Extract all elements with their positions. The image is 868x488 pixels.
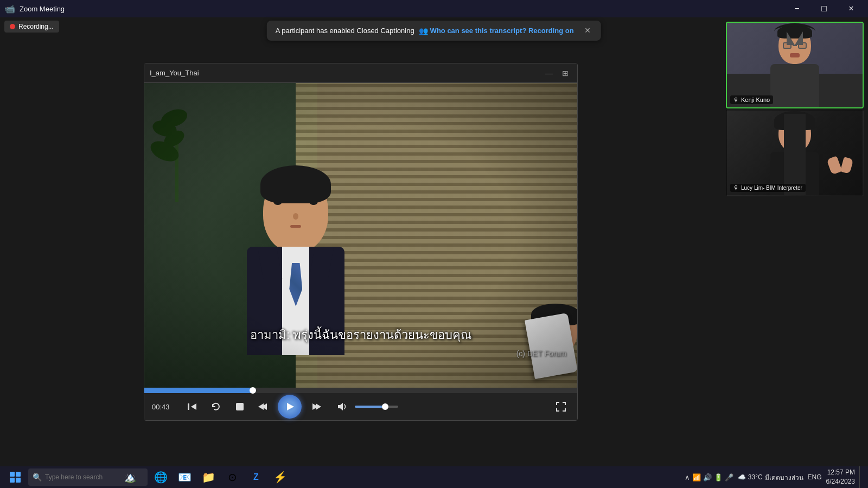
video-player: I_am_You_Thai — ⊞ <box>144 63 578 421</box>
recording-dot <box>10 24 15 29</box>
vp-grid-button[interactable]: ⊞ <box>559 67 572 80</box>
vp-time-display: 00:43 <box>152 403 174 411</box>
skip-back-button[interactable] <box>254 397 273 416</box>
participant-1-person <box>770 26 819 107</box>
windows-logo <box>10 472 21 483</box>
vp-progress-bar[interactable] <box>144 388 577 393</box>
notification-close-button[interactable]: × <box>583 25 593 36</box>
search-icon: 🔍 <box>33 473 42 481</box>
scene-second-person <box>490 306 577 355</box>
taskbar: 🔍 🏔️ 🌐 📧 📁 ⊙ Z ⚡ ∧ 📶 🔊 🔋 🎤 ☁️ 33°C <box>0 466 868 488</box>
participant-2-person <box>770 114 819 195</box>
svg-rect-0 <box>188 403 189 410</box>
rewind-button[interactable] <box>182 397 202 416</box>
start-button[interactable] <box>4 466 26 488</box>
taskbar-zoom-button[interactable]: Z <box>245 466 267 488</box>
vp-controls-top: — ⊞ <box>542 67 572 80</box>
participant-1-mic-icon: 🎙 <box>733 97 739 103</box>
video-scene: อามามิ: พรุ่งนี้ฉันขอรายงานด้วยนะขอบคุณ … <box>144 83 577 388</box>
date-display: 6/24/2023 <box>826 477 855 486</box>
system-tray: ∧ 📶 🔊 🔋 🎤 <box>685 473 733 481</box>
participant-video-lucy[interactable]: 🎙 Lucy Lim- BIM Interpreter <box>726 110 864 196</box>
play-button[interactable] <box>278 395 302 419</box>
participant-2-mic-icon: 🎙 <box>733 185 739 191</box>
taskbar-app6-button[interactable]: ⚡ <box>269 466 291 488</box>
time-date[interactable]: 12:57 PM 6/24/2023 <box>826 468 855 486</box>
stop-button[interactable] <box>230 397 250 416</box>
notification-who-link[interactable]: Who can see this transcript? Recording o… <box>430 27 574 35</box>
vp-video-area: อามามิ: พรุ่งนี้ฉันขอรายงานด้วยนะขอบคุณ … <box>144 83 577 388</box>
vp-minimize-button[interactable]: — <box>542 67 556 80</box>
reset-button[interactable] <box>206 397 226 416</box>
volume-section <box>332 397 398 416</box>
weather-info[interactable]: ☁️ 33°C มีเดตบางส่วน <box>738 472 803 483</box>
tray-network-icon[interactable]: 📶 <box>692 473 701 481</box>
weather-desc: มีเดตบางส่วน <box>765 472 803 483</box>
taskbar-outlook-button[interactable]: 📧 <box>174 466 195 488</box>
participants-panel: 🎙 Kenji Kuno <box>722 17 868 466</box>
participant-video-kenji[interactable]: 🎙 Kenji Kuno <box>726 22 864 108</box>
vp-title: I_am_You_Thai <box>150 69 199 77</box>
video-copyright: (c) DET Forum <box>516 349 566 358</box>
time-display: 12:57 PM <box>826 468 855 477</box>
tray-speaker-icon[interactable]: 🔊 <box>703 473 712 481</box>
video-subtitle: อามามิ: พรุ่งนี้ฉันขอรายงานด้วยนะขอบคุณ <box>250 325 471 344</box>
search-landscape-icon: 🏔️ <box>124 471 136 483</box>
vp-header: I_am_You_Thai — ⊞ <box>144 63 577 83</box>
title-bar-title: Zoom Meeting <box>20 5 65 13</box>
title-bar-controls: − □ × <box>784 0 864 17</box>
language-indicator[interactable]: ENG <box>808 473 822 481</box>
taskbar-edge-button[interactable]: 🌐 <box>150 466 171 488</box>
participant-2-name: 🎙 Lucy Lim- BIM Interpreter <box>730 184 806 192</box>
volume-thumb[interactable] <box>382 403 388 410</box>
volume-button[interactable] <box>332 397 352 416</box>
skip-forward-button[interactable] <box>306 397 326 416</box>
taskbar-files-button[interactable]: 📁 <box>197 466 219 488</box>
tray-mic-icon[interactable]: 🎤 <box>725 473 733 481</box>
vp-progress-thumb[interactable] <box>250 387 256 394</box>
recording-badge: Recording... <box>4 21 59 33</box>
search-bar[interactable]: 🔍 🏔️ <box>28 468 148 486</box>
show-desktop-button[interactable] <box>859 466 864 488</box>
fullscreen-button[interactable] <box>552 398 570 415</box>
minimize-button[interactable]: − <box>784 0 809 17</box>
search-input[interactable] <box>45 473 121 481</box>
notification-text: A participant has enabled Closed Caption… <box>276 27 414 35</box>
participant-1-name: 🎙 Kenji Kuno <box>730 95 773 104</box>
vp-controls-bar: 00:43 <box>144 393 577 420</box>
taskbar-chrome-button[interactable]: ⊙ <box>221 466 243 488</box>
title-bar-left: 📹 Zoom Meeting <box>4 4 65 14</box>
volume-slider[interactable] <box>355 406 398 408</box>
maximize-button[interactable]: □ <box>812 0 837 17</box>
tray-battery-icon[interactable]: 🔋 <box>714 473 723 481</box>
weather-temp: 33°C <box>748 473 763 481</box>
vp-progress-fill <box>144 388 253 393</box>
svg-rect-1 <box>236 403 244 410</box>
notification-banner: A participant has enabled Closed Caption… <box>267 21 601 41</box>
weather-icon: ☁️ <box>738 473 746 481</box>
scene-plant <box>155 94 199 202</box>
main-area: I_am_You_Thai — ⊞ <box>0 17 868 466</box>
close-button[interactable]: × <box>839 0 864 17</box>
taskbar-right: ∧ 📶 🔊 🔋 🎤 ☁️ 33°C มีเดตบางส่วน ENG 12:57… <box>685 466 864 488</box>
title-bar: 📹 Zoom Meeting − □ × <box>0 0 868 17</box>
participant-2-hands <box>829 157 852 174</box>
tray-expand-icon[interactable]: ∧ <box>685 473 690 481</box>
video-player-container: I_am_You_Thai — ⊞ <box>0 17 722 466</box>
recording-label: Recording... <box>18 23 54 30</box>
